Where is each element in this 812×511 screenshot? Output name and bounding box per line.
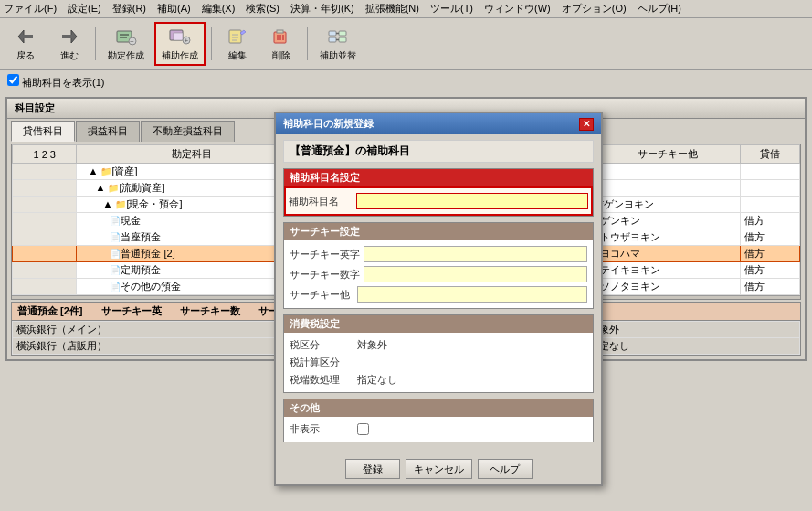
- search-key-section: サーチキー設定 サーチキー英字 サーチキー数字 サーチキー他: [283, 222, 594, 309]
- search-num-row: サーチキー数字: [290, 264, 587, 284]
- tax-section-title: 消費税設定: [284, 315, 593, 333]
- create-aux-icon: +: [167, 26, 193, 48]
- cancel-button[interactable]: キャンセル: [406, 459, 472, 479]
- menu-help[interactable]: ヘルプ(H): [638, 2, 681, 16]
- menu-file[interactable]: ファイル(F): [4, 2, 57, 16]
- menu-register[interactable]: 登録(R): [112, 2, 146, 16]
- register-button[interactable]: 登録: [345, 459, 400, 479]
- menu-fiscal[interactable]: 決算・年切(K): [290, 2, 354, 16]
- menu-window[interactable]: ウィンドウ(W): [484, 2, 551, 16]
- tax-type-value: 対象外: [357, 338, 387, 352]
- create-account-button[interactable]: + 勘定作成: [101, 23, 151, 65]
- menu-edit[interactable]: 編集(X): [202, 2, 236, 16]
- search-key-content: サーチキー英字 サーチキー数字 サーチキー他: [284, 240, 593, 308]
- help-button[interactable]: ヘルプ: [478, 459, 533, 479]
- tax-type-label: 税区分: [290, 338, 353, 352]
- tax-round-row: 税端数処理 指定なし: [290, 371, 587, 389]
- svg-rect-19: [277, 30, 283, 33]
- tax-calc-label: 税計算区分: [290, 356, 353, 369]
- svg-rect-3: [62, 35, 72, 38]
- parallel-icon: [325, 26, 351, 48]
- toolbar-separator-1: [95, 27, 96, 60]
- dialog-footer: 登録 キャンセル ヘルプ: [276, 453, 601, 484]
- other-section-content: 非表示: [284, 417, 593, 442]
- svg-rect-26: [339, 37, 346, 42]
- back-button[interactable]: 戻る: [5, 23, 46, 65]
- svg-rect-13: [229, 30, 241, 43]
- tax-round-label: 税端数処理: [290, 373, 353, 387]
- menu-bar: ファイル(F) 設定(E) 登録(R) 補助(A) 編集(X) 検索(S) 決算…: [0, 0, 812, 18]
- menu-options[interactable]: オプション(O): [562, 2, 627, 16]
- tax-type-row: 税区分 対象外: [290, 336, 587, 354]
- tax-round-value: 指定なし: [357, 373, 397, 387]
- dialog-body: 【普通預金】の補助科目 補助科目名設定 補助科目名 サーチキー設定: [276, 134, 601, 453]
- forward-icon: [57, 26, 82, 48]
- name-section-content: 補助科目名: [284, 186, 593, 216]
- svg-rect-24: [329, 37, 336, 42]
- svg-text:+: +: [130, 37, 134, 46]
- main-area: 科目設定 貸借科目 損益科目 不動産損益科目 1 2 3 勘定科目 サーチキー英…: [0, 93, 812, 365]
- hidden-checkbox[interactable]: [357, 423, 369, 435]
- edit-button[interactable]: 編集: [217, 23, 258, 65]
- search-en-label: サーチキー英字: [290, 248, 360, 261]
- menu-search[interactable]: 検索(S): [246, 2, 279, 16]
- search-other-row: サーチキー他: [290, 284, 587, 304]
- svg-rect-10: [174, 33, 183, 40]
- new-aux-dialog: 補助科目の新規登録 ✕ 【普通預金】の補助科目 補助科目名設定 補助科目名: [274, 112, 603, 486]
- forward-button[interactable]: 進む: [49, 23, 90, 65]
- other-section: その他 非表示: [283, 399, 594, 442]
- dialog-titlebar: 補助科目の新規登録 ✕: [276, 113, 601, 134]
- svg-rect-23: [329, 31, 336, 36]
- hidden-row: 非表示: [290, 421, 587, 438]
- search-num-input[interactable]: [364, 266, 587, 282]
- back-icon: [13, 26, 38, 48]
- menu-aux[interactable]: 補助(A): [157, 2, 191, 16]
- dialog-close-button[interactable]: ✕: [579, 118, 594, 131]
- name-field-row: 補助科目名: [289, 191, 588, 211]
- tax-section-content: 税区分 対象外 税計算区分 税端数処理 指定なし: [284, 333, 593, 392]
- search-other-input[interactable]: [357, 286, 587, 303]
- toolbar-separator-2: [211, 27, 212, 60]
- hidden-label: 非表示: [290, 422, 353, 436]
- parallel-button[interactable]: 補助並替: [313, 23, 363, 65]
- search-en-input[interactable]: [364, 246, 587, 262]
- show-aux-checkbox-label[interactable]: 補助科目を表示(1): [7, 77, 105, 88]
- search-num-label: サーチキー数字: [290, 268, 360, 282]
- create-aux-button[interactable]: + 補助作成: [154, 22, 206, 66]
- edit-icon: [225, 26, 250, 48]
- dialog-overlay: 補助科目の新規登録 ✕ 【普通預金】の補助科目 補助科目名設定 補助科目名: [0, 93, 812, 365]
- menu-ext[interactable]: 拡張機能(N): [365, 2, 419, 16]
- tax-section: 消費税設定 税区分 対象外 税計算区分 税端数処理 指定なし: [283, 314, 594, 393]
- checkbox-row: 補助科目を表示(1): [0, 70, 812, 93]
- delete-icon: [269, 26, 294, 48]
- other-section-title: その他: [284, 399, 593, 417]
- dialog-subtitle: 【普通預金】の補助科目: [283, 140, 594, 163]
- menu-tools[interactable]: ツール(T): [430, 2, 473, 16]
- menu-settings[interactable]: 設定(E): [68, 2, 101, 16]
- name-setting-section: 補助科目名設定 補助科目名: [283, 168, 594, 217]
- tax-calc-row: 税計算区分: [290, 354, 587, 371]
- name-input[interactable]: [356, 193, 588, 209]
- show-aux-checkbox[interactable]: [7, 74, 19, 86]
- svg-rect-25: [339, 31, 346, 36]
- toolbar: 戻る 進む + 勘定作成 +: [0, 18, 812, 70]
- search-key-title: サーチキー設定: [284, 223, 593, 240]
- toolbar-separator-3: [307, 27, 308, 60]
- create-account-icon: +: [113, 26, 139, 48]
- search-other-label: サーチキー他: [290, 288, 353, 302]
- delete-button[interactable]: 削除: [261, 23, 301, 65]
- name-field-label: 補助科目名: [289, 195, 353, 208]
- name-section-title: 補助科目名設定: [284, 169, 593, 186]
- search-en-row: サーチキー英字: [290, 244, 587, 264]
- svg-rect-1: [23, 35, 33, 38]
- svg-text:+: +: [185, 37, 189, 45]
